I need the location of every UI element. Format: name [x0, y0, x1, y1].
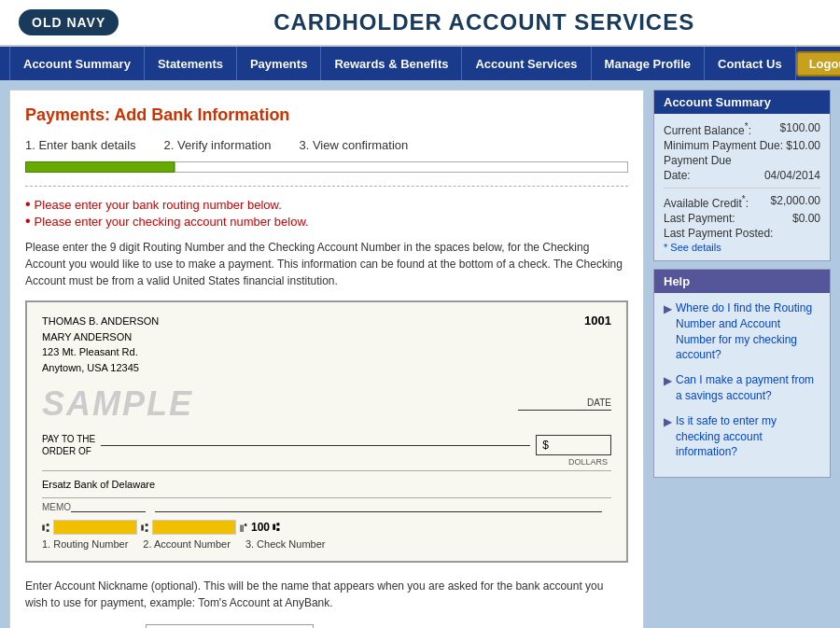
check-dollars-label: DOLLARS [568, 457, 611, 467]
micr-check-num: 100 ⑆ [251, 521, 279, 534]
payment-due-row: Payment Due [664, 154, 820, 167]
progress-empty [175, 161, 628, 173]
legend-check: 3. Check Number [245, 538, 326, 550]
due-date-value: 04/04/2014 [764, 169, 820, 182]
micr-symbol-end: ⑆ [141, 521, 148, 535]
arrow-icon-3: ▶ [664, 414, 672, 430]
nav-contact-us[interactable]: Contact Us [705, 47, 796, 80]
last-payment-label: Last Payment: [664, 212, 735, 225]
check-sample-text: SAMPLE [42, 379, 193, 429]
available-credit-row: Available Credit*: $2,000.00 [664, 194, 820, 210]
balance-label: Current Balance*: [664, 121, 751, 137]
check-name: THOMAS B. ANDERSON MARY ANDERSON 123 Mt.… [42, 314, 159, 375]
last-payment-value: $0.00 [792, 212, 820, 225]
nav-manage-profile[interactable]: Manage Profile [592, 47, 705, 80]
step-1-label: 1. Enter bank details [25, 138, 136, 152]
micr-check-end: ⑈ [240, 521, 247, 535]
micr-routing-box [53, 520, 137, 535]
help-item-safe[interactable]: ▶ Is it safe to enter my checking accoun… [664, 413, 820, 460]
available-credit-label: Available Credit*: [664, 194, 749, 210]
check-payto-labels: PAY TO THE ORDER OF [42, 433, 95, 457]
balance-row: Current Balance*: $100.00 [664, 121, 820, 137]
check-date-label: DATE [518, 398, 611, 408]
nav-payments[interactable]: Payments [237, 47, 321, 80]
progress-filled [25, 161, 175, 173]
check-micr-line: ⑆ ⑆ ⑈ 100 ⑆ [42, 520, 611, 535]
help-content: ▶ Where do I find the Routing Number and… [654, 293, 830, 477]
arrow-icon-2: ▶ [664, 373, 672, 389]
step-3: 3. View confirmation [299, 138, 408, 152]
micr-symbol-start: ⑆ [42, 521, 49, 535]
last-payment-posted-label: Last Payment Posted: [664, 227, 773, 240]
last-payment-posted-row: Last Payment Posted: [664, 227, 820, 240]
check-name-line1: THOMAS B. ANDERSON [42, 314, 159, 329]
account-summary-box: Account Summary Current Balance*: $100.0… [653, 90, 831, 261]
nickname-description: Enter Account Nickname (optional). This … [25, 578, 628, 611]
available-credit-value: $2,000.00 [771, 194, 820, 210]
check-number: 1001 [584, 314, 611, 375]
help-item-savings[interactable]: ▶ Can I make a payment from a savings ac… [664, 372, 820, 404]
old-navy-logo: OLD NAVY [19, 9, 119, 35]
divider [25, 186, 628, 187]
error-list: • Please enter your bank routing number … [25, 196, 628, 230]
due-date-label: Date: [664, 169, 691, 182]
page-title: Payments: Add Bank Information [25, 105, 628, 125]
bullet-icon: • [25, 196, 31, 213]
payment-due-label: Payment Due [664, 154, 732, 167]
micr-account-box [152, 520, 236, 535]
last-payment-row: Last Payment: $0.00 [664, 212, 820, 225]
due-date-row: Date: 04/04/2014 [664, 169, 820, 182]
help-item-safe-text: Is it safe to enter my checking account … [676, 413, 820, 460]
header: OLD NAVY CARDHOLDER ACCOUNT SERVICES [0, 0, 840, 47]
bullet-icon-2: • [25, 213, 31, 230]
check-diagram: THOMAS B. ANDERSON MARY ANDERSON 123 Mt.… [25, 300, 628, 563]
help-item-routing[interactable]: ▶ Where do I find the Routing Number and… [664, 300, 820, 363]
check-legend: 1. Routing Number 2. Account Number 3. C… [42, 538, 611, 550]
nav-account-summary[interactable]: Account Summary [9, 47, 145, 80]
nav-statements[interactable]: Statements [145, 47, 237, 80]
steps-indicator: 1. Enter bank details 2. Verify informat… [25, 138, 628, 152]
min-payment-label: Minimum Payment Due: [664, 139, 783, 152]
error-routing-text: Please enter your bank routing number be… [35, 198, 282, 212]
right-sidebar: Account Summary Current Balance*: $100.0… [653, 90, 831, 628]
see-details-link[interactable]: * See details [664, 242, 820, 253]
help-box: Help ▶ Where do I find the Routing Numbe… [653, 269, 831, 478]
account-summary-title: Account Summary [654, 91, 830, 114]
min-payment-value: $10.00 [786, 139, 820, 152]
check-address-line2: Anytown, USA 12345 [42, 360, 159, 376]
help-item-routing-text: Where do I find the Routing Number and A… [676, 300, 820, 363]
check-payto-line [101, 445, 530, 446]
progress-bar [25, 161, 628, 173]
check-payto-row: PAY TO THE ORDER OF $ [42, 433, 611, 457]
navigation: Account Summary Statements Payments Rewa… [0, 47, 840, 80]
step-3-label: 3. View confirmation [299, 138, 408, 152]
nav-account-services[interactable]: Account Services [462, 47, 591, 80]
nav-rewards[interactable]: Rewards & Benefits [321, 47, 462, 80]
left-panel: Payments: Add Bank Information 1. Enter … [9, 90, 644, 628]
check-memo-label: MEMO [42, 502, 71, 512]
site-title: CARDHOLDER ACCOUNT SERVICES [147, 9, 821, 35]
legend-account: 2. Account Number [143, 538, 231, 550]
check-dollar-sign: $ [542, 439, 549, 452]
check-name-line2: MARY ANDERSON [42, 329, 159, 345]
arrow-icon-1: ▶ [664, 301, 672, 317]
min-payment-row: Minimum Payment Due: $10.00 [664, 139, 820, 152]
error-routing: • Please enter your bank routing number … [25, 196, 628, 213]
instructions-text: Please enter the 9 digit Routing Number … [25, 239, 628, 289]
logout-button[interactable]: Logout [796, 51, 840, 77]
help-item-savings-text: Can I make a payment from a savings acco… [676, 372, 820, 404]
check-top-row: THOMAS B. ANDERSON MARY ANDERSON 123 Mt.… [42, 314, 611, 375]
error-account: • Please enter your checking account num… [25, 213, 628, 230]
nickname-input[interactable] [146, 624, 314, 628]
step-2: 2. Verify information [164, 138, 272, 152]
check-address-line1: 123 Mt. Pleasant Rd. [42, 344, 159, 360]
help-title: Help [654, 270, 830, 293]
main-content: Payments: Add Bank Information 1. Enter … [0, 80, 840, 628]
step-1: 1. Enter bank details [25, 138, 136, 152]
account-summary-content: Current Balance*: $100.00 Minimum Paymen… [654, 114, 830, 260]
check-bank-name: Ersatz Bank of Delaware [42, 479, 611, 490]
error-account-text: Please enter your checking account numbe… [35, 215, 309, 229]
balance-value: $100.00 [780, 121, 820, 137]
step-2-label: 2. Verify information [164, 138, 272, 152]
nickname-row: Account Nickname [25, 624, 628, 628]
